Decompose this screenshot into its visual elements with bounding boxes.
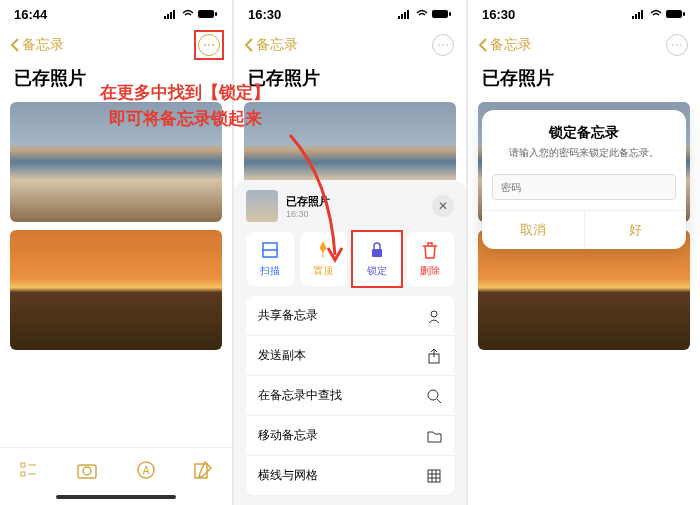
lock-dialog: 锁定备忘录 请输入您的密码来锁定此备忘录。 取消 好	[482, 110, 686, 249]
svg-rect-28	[428, 470, 440, 482]
ok-button[interactable]: 好	[585, 211, 687, 249]
back-label: 备忘录	[22, 36, 64, 54]
svg-rect-15	[398, 16, 400, 19]
navbar: 备忘录 ⋯	[234, 28, 466, 62]
bottom-toolbar: A	[0, 447, 232, 491]
navbar: 备忘录 ⋯	[468, 28, 700, 62]
marker-icon[interactable]: A	[136, 460, 156, 480]
annotation-arrow	[280, 130, 360, 270]
svg-rect-0	[164, 16, 166, 19]
camera-icon[interactable]	[76, 460, 98, 480]
menu-find[interactable]: 在备忘录中查找	[246, 376, 454, 416]
svg-rect-17	[404, 12, 406, 19]
svg-rect-2	[170, 12, 172, 19]
svg-rect-37	[666, 10, 682, 18]
note-title: 已存照片	[468, 62, 700, 98]
back-button[interactable]: 备忘录	[10, 36, 64, 54]
menu-list: 共享备忘录 发送副本 在备忘录中查找 移动备忘录 横线与网格	[246, 296, 454, 495]
share-icon	[426, 348, 442, 364]
svg-rect-3	[173, 10, 175, 19]
svg-rect-20	[449, 12, 451, 16]
svg-rect-8	[21, 472, 25, 476]
back-button[interactable]: 备忘录	[478, 36, 532, 54]
people-icon	[426, 308, 442, 324]
svg-line-27	[437, 399, 441, 403]
menu-move[interactable]: 移动备忘录	[246, 416, 454, 456]
home-indicator	[56, 495, 176, 499]
search-icon	[426, 388, 442, 404]
menu-share[interactable]: 共享备忘录	[246, 296, 454, 336]
grid-icon	[426, 468, 442, 484]
close-button[interactable]: ✕	[432, 195, 454, 217]
wifi-icon	[181, 9, 195, 19]
cancel-button[interactable]: 取消	[482, 211, 585, 249]
battery-icon	[198, 9, 218, 19]
highlight-more	[194, 30, 224, 60]
svg-rect-34	[635, 14, 637, 19]
password-input[interactable]	[492, 174, 676, 200]
status-icons	[632, 9, 686, 19]
svg-point-24	[431, 311, 437, 317]
action-lock[interactable]: 锁定	[353, 232, 401, 286]
svg-rect-38	[683, 12, 685, 16]
back-button[interactable]: 备忘录	[244, 36, 298, 54]
time: 16:44	[14, 7, 47, 22]
svg-rect-16	[401, 14, 403, 19]
svg-rect-19	[432, 10, 448, 18]
svg-rect-36	[641, 10, 643, 19]
svg-rect-35	[638, 12, 640, 19]
navbar: 备忘录 ⋯	[0, 28, 232, 62]
svg-text:A: A	[142, 465, 149, 476]
svg-rect-5	[215, 12, 217, 16]
watermark: www.dnzp.com	[616, 485, 690, 497]
svg-rect-18	[407, 10, 409, 19]
svg-rect-4	[198, 10, 214, 18]
dialog-buttons: 取消 好	[482, 210, 686, 249]
trash-icon	[420, 240, 440, 260]
more-button[interactable]: ⋯	[666, 34, 688, 56]
chevron-left-icon	[10, 38, 20, 52]
svg-rect-1	[167, 14, 169, 19]
annotation-text: 在更多中找到【锁定】 即可将备忘录锁起来	[100, 80, 270, 131]
photo-sunset	[10, 230, 222, 350]
action-delete[interactable]: 删除	[407, 232, 455, 286]
menu-send[interactable]: 发送副本	[246, 336, 454, 376]
folder-icon	[426, 428, 442, 444]
scan-icon	[260, 240, 280, 260]
dialog-title: 锁定备忘录	[482, 110, 686, 146]
time: 16:30	[248, 7, 281, 22]
svg-rect-33	[632, 16, 634, 19]
menu-lines[interactable]: 横线与网格	[246, 456, 454, 495]
svg-rect-6	[21, 463, 25, 467]
phone-3: 16:30 备忘录 ⋯ 已存照片 锁定备忘录 请输入您的密码来锁定此备忘录。 取…	[468, 0, 700, 505]
status-bar: 16:30	[468, 0, 700, 28]
dialog-message: 请输入您的密码来锁定此备忘录。	[482, 146, 686, 170]
status-icons	[164, 9, 218, 19]
more-button[interactable]: ⋯	[432, 34, 454, 56]
signal-icon	[164, 9, 178, 19]
status-bar: 16:30	[234, 0, 466, 28]
compose-icon[interactable]	[193, 460, 213, 480]
checklist-icon[interactable]	[19, 460, 39, 480]
svg-point-11	[83, 467, 91, 475]
svg-point-26	[428, 390, 438, 400]
status-icons	[398, 9, 452, 19]
phone-1: 16:44 备忘录 ⋯ 已存照片 A	[0, 0, 232, 505]
status-bar: 16:44	[0, 0, 232, 28]
time: 16:30	[482, 7, 515, 22]
sheet-thumbnail	[246, 190, 278, 222]
